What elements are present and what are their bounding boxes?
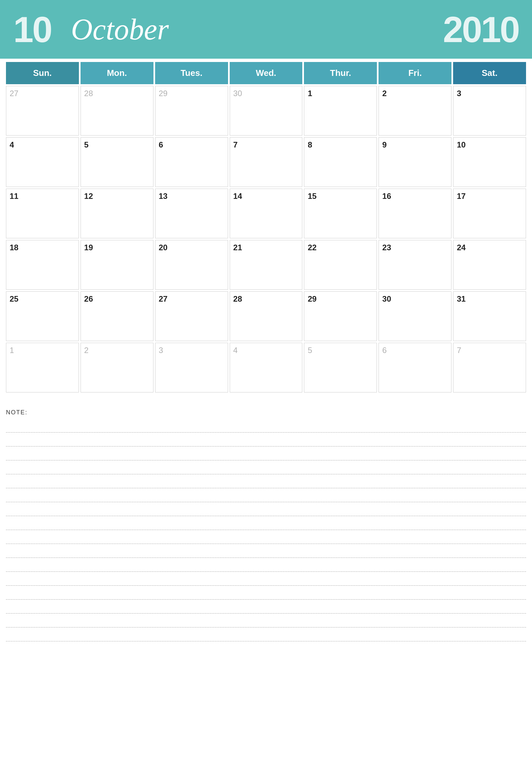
note-line	[6, 600, 526, 614]
day-number: 29	[308, 294, 317, 303]
day-number: 2	[84, 346, 89, 355]
day-number: 18	[10, 243, 19, 252]
day-number: 11	[10, 192, 19, 201]
day-number: 26	[84, 294, 93, 303]
day-cell: 1	[304, 86, 377, 136]
dow-cell-wed: Wed.	[230, 62, 303, 84]
day-cell: 6	[155, 137, 228, 187]
week-row-2: 45678910	[6, 137, 526, 187]
day-cell: 4	[230, 343, 303, 392]
note-line	[6, 614, 526, 627]
day-cell: 13	[155, 189, 228, 238]
day-cell: 2	[379, 86, 451, 136]
day-cell: 4	[6, 137, 79, 187]
day-number: 29	[159, 89, 168, 98]
week-row-1: 27282930123	[6, 86, 526, 136]
day-cell: 10	[453, 137, 526, 187]
note-line	[6, 572, 526, 586]
day-cell: 12	[81, 189, 153, 238]
day-number: 12	[84, 192, 93, 201]
day-cell: 16	[379, 189, 451, 238]
day-cell: 7	[453, 343, 526, 392]
day-number: 17	[457, 192, 466, 201]
day-number: 14	[233, 192, 242, 201]
day-number: 1	[10, 346, 14, 355]
note-line	[6, 530, 526, 544]
week-row-6: 1234567	[6, 343, 526, 392]
days-of-week-row: Sun.Mon.Tues.Wed.Thur.Fri.Sat.	[6, 62, 526, 84]
day-cell: 22	[304, 240, 377, 290]
note-label: NOTE:	[6, 409, 526, 416]
day-cell: 29	[304, 291, 377, 341]
day-cell: 19	[81, 240, 153, 290]
day-number: 3	[159, 346, 163, 355]
day-cell: 25	[6, 291, 79, 341]
note-lines	[6, 419, 526, 641]
day-cell: 7	[230, 137, 303, 187]
dow-cell-mon: Mon.	[81, 62, 153, 84]
day-number: 20	[159, 243, 168, 252]
note-line	[6, 433, 526, 446]
day-number: 7	[457, 346, 461, 355]
dow-cell-sun: Sun.	[6, 62, 79, 84]
dow-cell-thur: Thur.	[304, 62, 377, 84]
day-number: 16	[382, 192, 391, 201]
day-number: 6	[382, 346, 386, 355]
day-number: 9	[382, 140, 386, 149]
day-number: 5	[308, 346, 312, 355]
day-number: 27	[159, 294, 168, 303]
calendar-container: Sun.Mon.Tues.Wed.Thur.Fri.Sat. 272829301…	[0, 62, 532, 392]
month-number: 10	[13, 11, 51, 48]
day-number: 31	[457, 294, 466, 303]
note-line	[6, 544, 526, 558]
day-cell: 18	[6, 240, 79, 290]
week-row-4: 18192021222324	[6, 240, 526, 290]
day-cell: 26	[81, 291, 153, 341]
day-number: 15	[308, 192, 317, 201]
day-number: 25	[10, 294, 19, 303]
calendar-header: 10 October 2010	[0, 0, 532, 59]
dow-cell-tues: Tues.	[155, 62, 228, 84]
week-row-5: 25262728293031	[6, 291, 526, 341]
day-number: 24	[457, 243, 466, 252]
day-number: 10	[457, 140, 466, 149]
day-cell: 31	[453, 291, 526, 341]
note-line	[6, 502, 526, 516]
dow-cell-sat: Sat.	[453, 62, 526, 84]
note-line	[6, 558, 526, 572]
day-cell: 1	[6, 343, 79, 392]
day-number: 21	[233, 243, 242, 252]
day-number: 13	[159, 192, 168, 201]
day-number: 30	[382, 294, 391, 303]
week-row-3: 11121314151617	[6, 189, 526, 238]
note-line	[6, 474, 526, 488]
day-number: 28	[233, 294, 242, 303]
day-cell: 28	[81, 86, 153, 136]
day-number: 7	[233, 140, 238, 149]
day-cell: 20	[155, 240, 228, 290]
day-number: 1	[308, 89, 312, 98]
day-number: 3	[457, 89, 461, 98]
day-number: 8	[308, 140, 312, 149]
note-line	[6, 516, 526, 530]
note-section: NOTE:	[0, 399, 532, 641]
day-cell: 21	[230, 240, 303, 290]
day-number: 4	[10, 140, 14, 149]
day-number: 23	[382, 243, 391, 252]
day-cell: 5	[304, 343, 377, 392]
day-cell: 3	[155, 343, 228, 392]
day-cell: 24	[453, 240, 526, 290]
day-number: 19	[84, 243, 93, 252]
day-cell: 11	[6, 189, 79, 238]
note-line	[6, 627, 526, 641]
day-number: 30	[233, 89, 242, 98]
year: 2010	[443, 11, 519, 48]
day-cell: 5	[81, 137, 153, 187]
day-cell: 17	[453, 189, 526, 238]
day-cell: 23	[379, 240, 451, 290]
day-cell: 27	[6, 86, 79, 136]
weeks-container: 2728293012345678910111213141516171819202…	[6, 86, 526, 392]
day-cell: 29	[155, 86, 228, 136]
day-cell: 2	[81, 343, 153, 392]
day-cell: 9	[379, 137, 451, 187]
